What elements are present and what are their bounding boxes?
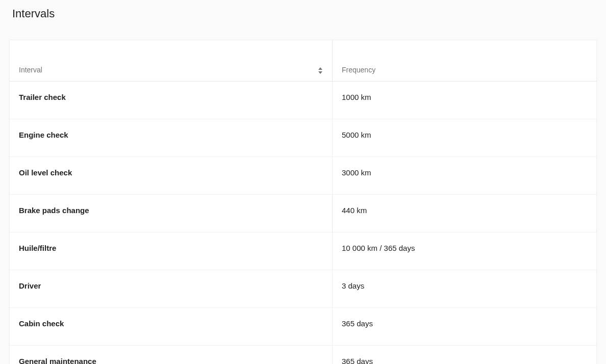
table-row[interactable]: Driver 3 days: [10, 270, 596, 308]
table-row[interactable]: Huile/filtre 10 000 km / 365 days: [10, 232, 596, 270]
cell-interval: Cabin check: [10, 308, 333, 346]
table-row[interactable]: Trailer check 1000 km: [10, 82, 596, 119]
table-row[interactable]: Engine check 5000 km: [10, 119, 596, 157]
cell-interval: Brake pads change: [10, 195, 333, 232]
column-header-interval-label: Interval: [19, 66, 42, 74]
cell-frequency: 3000 km: [333, 157, 597, 195]
column-header-frequency-label: Frequency: [342, 66, 375, 74]
column-header-interval[interactable]: Interval: [10, 40, 333, 82]
cell-interval: Huile/filtre: [10, 232, 333, 270]
intervals-card: Interval Frequency Trailer check 1000 km: [9, 40, 597, 364]
cell-interval: General maintenance: [10, 346, 333, 365]
page-title: Intervals: [0, 0, 606, 28]
cell-frequency: 440 km: [333, 195, 597, 232]
table-row[interactable]: Oil level check 3000 km: [10, 157, 596, 195]
table-row[interactable]: Brake pads change 440 km: [10, 195, 596, 232]
cell-frequency: 10 000 km / 365 days: [333, 232, 597, 270]
cell-frequency: 1000 km: [333, 82, 597, 119]
cell-interval: Driver: [10, 270, 333, 308]
cell-interval: Engine check: [10, 119, 333, 157]
intervals-table: Interval Frequency Trailer check 1000 km: [10, 40, 596, 364]
cell-frequency: 365 days: [333, 308, 597, 346]
cell-interval: Trailer check: [10, 82, 333, 119]
cell-interval: Oil level check: [10, 157, 333, 195]
table-row[interactable]: Cabin check 365 days: [10, 308, 596, 346]
sort-icon[interactable]: [318, 67, 323, 74]
cell-frequency: 5000 km: [333, 119, 597, 157]
cell-frequency: 3 days: [333, 270, 597, 308]
cell-frequency: 365 days: [333, 346, 597, 365]
table-row[interactable]: General maintenance 365 days: [10, 346, 596, 365]
column-header-frequency[interactable]: Frequency: [333, 40, 597, 82]
